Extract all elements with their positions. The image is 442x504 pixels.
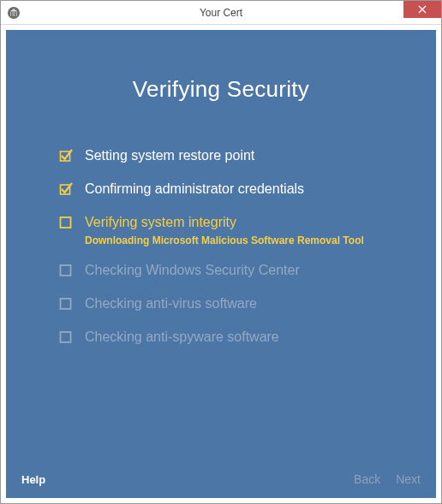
step-body: Checking anti-spyware software (85, 329, 279, 347)
close-button[interactable] (403, 1, 441, 18)
svg-rect-4 (15, 12, 15, 16)
step-item: Checking Windows Security Center (59, 262, 436, 280)
step-item: Checking anti-virus software (59, 295, 436, 313)
step-body: Checking Windows Security Center (85, 262, 300, 280)
svg-rect-11 (61, 299, 71, 309)
step-body: Setting system restore point (85, 147, 254, 165)
check-icon (59, 149, 73, 163)
box-icon (59, 330, 73, 344)
window: Your Cert Verifying Security Setting sys… (0, 0, 442, 504)
content-wrap: Verifying Security Setting system restor… (1, 25, 441, 503)
titlebar: Your Cert (1, 1, 441, 25)
close-icon (418, 2, 427, 17)
step-body: Confirming administrator credentials (85, 181, 304, 199)
window-title: Your Cert (1, 7, 441, 19)
back-button[interactable]: Back (354, 472, 380, 486)
footer: Help Back Next (6, 464, 436, 498)
check-icon (59, 182, 73, 196)
step-item: Setting system restore point (59, 147, 436, 165)
step-item: Confirming administrator credentials (59, 181, 436, 199)
next-button[interactable]: Next (396, 472, 421, 486)
step-label: Checking anti-spyware software (85, 329, 279, 347)
svg-rect-10 (61, 265, 71, 276)
step-body: Checking anti-virus software (85, 295, 257, 313)
help-link[interactable]: Help (21, 473, 45, 486)
step-item: Verifying system integrity Downloading M… (59, 214, 436, 247)
step-item: Checking anti-spyware software (59, 329, 436, 347)
svg-rect-9 (61, 217, 71, 228)
box-icon (59, 264, 73, 277)
box-icon (59, 297, 73, 311)
step-label: Verifying system integrity (85, 214, 364, 232)
app-icon (7, 6, 21, 20)
step-label: Checking anti-virus software (85, 295, 257, 313)
step-label: Confirming administrator credentials (85, 181, 304, 199)
step-label: Setting system restore point (85, 147, 254, 165)
steps-list: Setting system restore point Confirming … (6, 147, 436, 347)
box-icon (59, 216, 73, 229)
step-sublabel: Downloading Microsoft Malicious Software… (85, 234, 364, 246)
svg-rect-2 (11, 12, 12, 16)
step-body: Verifying system integrity Downloading M… (85, 214, 364, 247)
svg-rect-5 (15, 12, 16, 16)
svg-rect-3 (12, 12, 13, 16)
step-label: Checking Windows Security Center (85, 262, 300, 280)
page-title: Verifying Security (6, 30, 436, 103)
svg-rect-12 (61, 332, 71, 342)
content-panel: Verifying Security Setting system restor… (6, 30, 436, 498)
